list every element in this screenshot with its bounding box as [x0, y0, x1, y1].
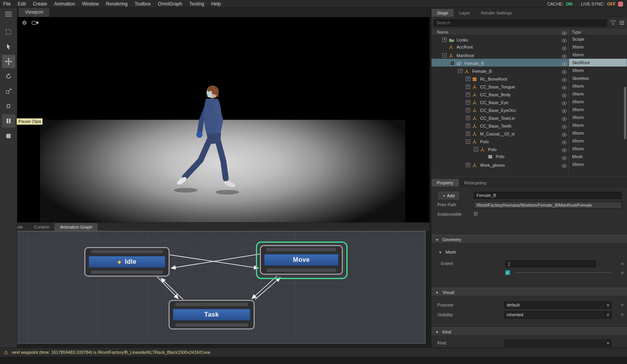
- menu-animation[interactable]: Animation: [54, 1, 75, 7]
- menu-testing[interactable]: Testing: [189, 1, 204, 7]
- extent-field[interactable]: []: [505, 260, 596, 267]
- default-value-indicator[interactable]: [621, 263, 623, 265]
- tab-render-settings[interactable]: Render Settings: [475, 9, 517, 17]
- collapse-toggle[interactable]: −: [442, 53, 447, 58]
- visibility-eye-icon[interactable]: [562, 162, 567, 170]
- list-options-icon[interactable]: [619, 20, 625, 25]
- filter-funnel-icon[interactable]: [610, 20, 616, 25]
- node-output-port[interactable]: [91, 270, 163, 274]
- stage-row-m_casual__03_sl[interactable]: +M_Casual__03_slXform: [431, 129, 627, 137]
- stage-row-work_gloves[interactable]: +Work_glovesXform: [431, 160, 627, 168]
- live-sync-icon[interactable]: [618, 2, 623, 7]
- expand-toggle[interactable]: +: [442, 38, 447, 42]
- geometry-section-label: Geometry: [442, 237, 461, 242]
- default-value-indicator[interactable]: [621, 272, 623, 274]
- menu-help[interactable]: Help: [211, 1, 221, 7]
- pause-button[interactable]: [2, 114, 15, 128]
- stage-row-polo[interactable]: −PoloXform: [431, 137, 627, 145]
- stage-row-manroot[interactable]: −ManRootXform: [431, 51, 627, 59]
- menu-window[interactable]: Window: [82, 1, 99, 7]
- viewport-settings-gear-icon[interactable]: ⚙: [22, 20, 27, 26]
- add-button[interactable]: + Add: [439, 192, 459, 199]
- camera-icon[interactable]: [32, 20, 38, 25]
- expand-toggle[interactable]: +: [466, 92, 470, 97]
- prim-path-field[interactable]: /Root/Factory/Humans/Workers/Female_B/Ma…: [474, 202, 622, 209]
- stage-row-cc_base_teeth[interactable]: +CC_Base_TeethXform: [431, 121, 627, 129]
- snap-tool-button[interactable]: Ω: [2, 99, 15, 113]
- geometry-section-header[interactable]: ▼ Geometry: [431, 235, 627, 243]
- expand-toggle[interactable]: +: [466, 85, 470, 89]
- stop-button[interactable]: [2, 129, 15, 142]
- expand-toggle[interactable]: +: [466, 132, 470, 136]
- kind-dropdown[interactable]: ▼: [504, 339, 612, 347]
- expand-toggle[interactable]: +: [466, 100, 470, 105]
- node-output-port[interactable]: [266, 268, 336, 272]
- menu-omnigraph[interactable]: OmniGraph: [158, 1, 182, 7]
- expand-toggle[interactable]: +: [466, 124, 470, 128]
- stage-row-cc_base_eye[interactable]: +CC_Base_EyeXform: [431, 98, 627, 106]
- scale-tool-button[interactable]: [2, 85, 15, 98]
- menu-create[interactable]: Create: [33, 1, 47, 7]
- graph-node-idle[interactable]: ◆ Idle: [84, 247, 170, 277]
- kind-section-header[interactable]: ▼ Kind: [431, 327, 627, 336]
- stage-row-cc_base_eyeocc[interactable]: +CC_Base_EyeOccXform: [431, 106, 627, 114]
- stage-row-cc_base_tearlin[interactable]: +CC_Base_TearLinXform: [431, 114, 627, 121]
- stage-row-female_b[interactable]: −Female_BXform: [431, 67, 627, 74]
- instanceable-checkbox[interactable]: [474, 212, 478, 216]
- transition-task-to-idle[interactable]: [161, 278, 183, 299]
- search-input[interactable]: [434, 19, 607, 27]
- property-checkbox-checked[interactable]: ✓: [505, 270, 510, 275]
- select-tool-button[interactable]: [2, 40, 15, 53]
- move-tool-button[interactable]: [2, 55, 15, 68]
- selection-box-tool-button[interactable]: [2, 25, 15, 38]
- transition-idle-to-task[interactable]: [157, 277, 178, 299]
- collapse-toggle[interactable]: −: [458, 69, 462, 73]
- mesh-subsection-header[interactable]: ▼ Mesh: [439, 250, 456, 254]
- visual-section-header[interactable]: ▼ Visual: [431, 288, 627, 296]
- stage-row-looks[interactable]: +LooksScope: [431, 35, 627, 43]
- node-input-port[interactable]: [175, 303, 248, 306]
- menu-rendering[interactable]: Rendering: [106, 1, 127, 7]
- tab-property[interactable]: Property: [431, 179, 459, 187]
- stage-row-polo[interactable]: −PoloXform: [431, 145, 627, 153]
- menu-file[interactable]: File: [3, 1, 11, 7]
- graph-node-move[interactable]: Move: [260, 245, 343, 275]
- visibility-dropdown[interactable]: inherited ▼: [504, 311, 612, 319]
- tab-content[interactable]: Content: [28, 223, 54, 231]
- animation-graph-canvas[interactable]: ◆ Idle Move Task: [2, 231, 426, 344]
- stage-row-cc_base_tongue[interactable]: +CC_Base_TongueXform: [431, 82, 627, 90]
- transition-move-to-idle[interactable]: [171, 254, 260, 268]
- prim-name-field[interactable]: Female_B: [474, 192, 622, 199]
- transition-move-to-task[interactable]: [252, 276, 277, 299]
- expand-toggle[interactable]: +: [466, 116, 470, 120]
- tab-retargeting[interactable]: Retargeting: [459, 179, 492, 187]
- rotate-tool-button[interactable]: [2, 70, 15, 83]
- transition-task-to-move[interactable]: [255, 278, 280, 299]
- collapse-toggle[interactable]: −: [474, 147, 478, 151]
- stage-row-female_b[interactable]: −Female_BSkelRoot: [431, 59, 627, 67]
- expand-toggle[interactable]: +: [466, 163, 470, 167]
- collapse-toggle[interactable]: −: [450, 61, 455, 65]
- node-output-port[interactable]: [175, 323, 248, 327]
- stage-row-rl_boneroot[interactable]: +RL_BoneRootSkeleton: [431, 74, 627, 82]
- viewport-render-area[interactable]: ⚙: [17, 17, 429, 222]
- stage-row-polo[interactable]: PoloMesh: [431, 153, 627, 160]
- expand-toggle[interactable]: +: [466, 77, 470, 81]
- stage-row-cc_base_body[interactable]: +CC_Base_BodyXform: [431, 90, 627, 98]
- node-input-port[interactable]: [266, 248, 336, 251]
- tab-layer[interactable]: Layer: [454, 9, 476, 17]
- default-value-indicator[interactable]: [621, 304, 623, 306]
- purpose-dropdown[interactable]: default ▼: [504, 301, 612, 309]
- hamburger-menu-icon[interactable]: [5, 10, 12, 18]
- expand-toggle[interactable]: +: [466, 108, 470, 112]
- tab-stage[interactable]: Stage: [431, 9, 454, 17]
- menu-toolbox[interactable]: Toolbox: [135, 1, 151, 7]
- menu-edit[interactable]: Edit: [18, 1, 26, 7]
- graph-node-task[interactable]: Task: [169, 300, 255, 330]
- collapse-toggle[interactable]: −: [466, 139, 470, 144]
- node-input-port[interactable]: [91, 250, 163, 253]
- stage-row-accroot[interactable]: AccRootXform: [431, 43, 627, 51]
- default-value-indicator[interactable]: [621, 314, 623, 316]
- tab-animation-graph[interactable]: Animation Graph: [54, 223, 98, 231]
- tab-viewport[interactable]: Viewport: [19, 8, 49, 17]
